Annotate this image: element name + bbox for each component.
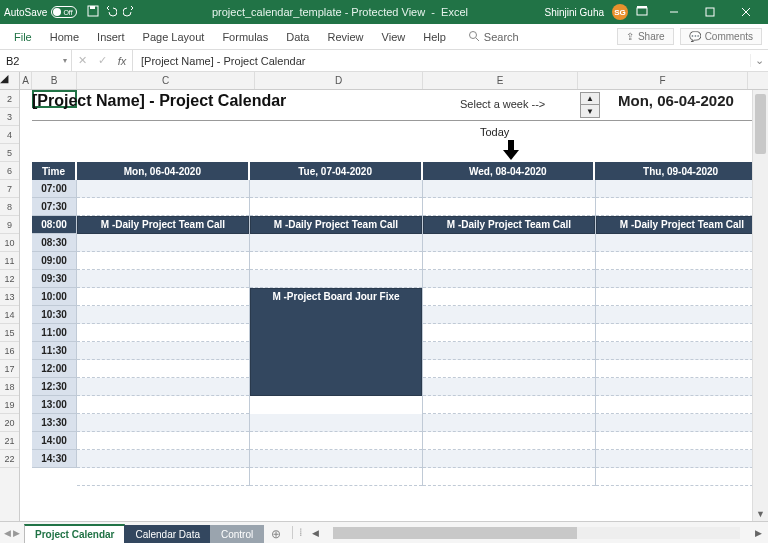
time-slot[interactable]: 13:30 [32, 414, 77, 432]
time-slot[interactable]: 08:30 [32, 234, 77, 252]
row-header[interactable]: 10 [0, 234, 19, 252]
user-avatar[interactable]: SG [612, 4, 628, 20]
row-header[interactable]: 11 [0, 252, 19, 270]
time-slot[interactable]: 14:30 [32, 450, 77, 468]
row-header[interactable]: 13 [0, 288, 19, 306]
time-slot[interactable]: 09:30 [32, 270, 77, 288]
time-slot[interactable]: 10:30 [32, 306, 77, 324]
tab-data[interactable]: Data [278, 27, 317, 47]
expand-formula-bar-icon[interactable]: ⌄ [750, 54, 768, 67]
row-header[interactable]: 4 [0, 126, 19, 144]
window-title: project_calendar_template - Protected Vi… [135, 6, 544, 18]
row-header[interactable]: 20 [0, 414, 19, 432]
row-header[interactable]: 16 [0, 342, 19, 360]
row-header[interactable]: 9 [0, 216, 19, 234]
save-icon[interactable] [87, 5, 99, 19]
tab-help[interactable]: Help [415, 27, 454, 47]
sheet-tab-project-calendar[interactable]: Project Calendar [24, 524, 125, 543]
event-board-jour-fixe[interactable]: M -Project Board Jour Fixe [250, 288, 422, 396]
row-header[interactable]: 8 [0, 198, 19, 216]
col-header-B[interactable]: B [32, 72, 77, 89]
time-slot[interactable]: 11:30 [32, 342, 77, 360]
row-header[interactable]: 18 [0, 378, 19, 396]
scroll-down-icon[interactable]: ▼ [753, 507, 768, 521]
tab-file[interactable]: File [6, 27, 40, 47]
row-header[interactable]: 17 [0, 360, 19, 378]
fx-icon[interactable]: fx [112, 55, 132, 67]
spinner-down-icon[interactable]: ▼ [581, 105, 599, 117]
event-daily-call[interactable]: M -Daily Project Team Call [250, 216, 422, 234]
row-headers: 2 3 4 5 6 7 8 9 10 11 12 13 14 15 16 17 … [0, 90, 20, 521]
col-header-A[interactable]: A [20, 72, 32, 89]
col-header-F[interactable]: F [578, 72, 748, 89]
col-header-C[interactable]: C [77, 72, 255, 89]
time-slot[interactable]: 12:30 [32, 378, 77, 396]
autosave-toggle[interactable]: AutoSave Off [4, 6, 77, 18]
time-slot-selected[interactable]: 08:00 [32, 216, 77, 234]
spinner-up-icon[interactable]: ▲ [581, 93, 599, 105]
row-header[interactable]: 12 [0, 270, 19, 288]
scroll-right-icon[interactable]: ▶ [752, 528, 764, 538]
enter-formula-icon[interactable]: ✓ [92, 54, 112, 67]
cancel-formula-icon[interactable]: ✕ [72, 54, 92, 67]
name-box[interactable]: B2 [0, 50, 72, 71]
sheet-nav-buttons[interactable]: ◀▶ [0, 528, 24, 538]
row-header[interactable]: 7 [0, 180, 19, 198]
horizontal-scrollbar[interactable]: ⁞ ◀ ▶ [292, 526, 764, 539]
row-header[interactable]: 6 [0, 162, 19, 180]
svg-rect-5 [706, 8, 714, 16]
comments-button[interactable]: 💬Comments [680, 28, 762, 45]
undo-icon[interactable] [105, 5, 117, 19]
time-slot[interactable]: 09:00 [32, 252, 77, 270]
col-header-D[interactable]: D [255, 72, 423, 89]
row-header[interactable]: 19 [0, 396, 19, 414]
row-header[interactable]: 21 [0, 432, 19, 450]
vertical-scrollbar[interactable]: ▲ ▼ [752, 90, 768, 521]
tell-me-search[interactable]: Search [468, 30, 519, 44]
row-header[interactable]: 5 [0, 144, 19, 162]
ribbon-display-icon[interactable] [636, 5, 648, 19]
sheet-tab-bar: ◀▶ Project Calendar Calendar Data Contro… [0, 521, 768, 543]
scroll-left-icon[interactable]: ◀ [309, 528, 321, 538]
select-all-button[interactable]: ◢ [0, 72, 20, 89]
event-daily-call[interactable]: M -Daily Project Team Call [423, 216, 595, 234]
time-slot[interactable]: 11:00 [32, 324, 77, 342]
maximize-button[interactable] [692, 0, 728, 24]
minimize-button[interactable] [656, 0, 692, 24]
tab-insert[interactable]: Insert [89, 27, 133, 47]
time-slot[interactable]: 07:00 [32, 180, 77, 198]
col-header-E[interactable]: E [423, 72, 578, 89]
svg-rect-10 [508, 140, 514, 150]
time-slot[interactable]: 07:30 [32, 198, 77, 216]
tab-formulas[interactable]: Formulas [214, 27, 276, 47]
week-start-date: Mon, 06-04-2020 [618, 92, 734, 109]
row-header[interactable]: 22 [0, 450, 19, 468]
row-header[interactable]: 3 [0, 108, 19, 126]
add-sheet-button[interactable]: ⊕ [263, 525, 289, 543]
row-header[interactable]: 14 [0, 306, 19, 324]
hscroll-thumb[interactable] [333, 527, 577, 539]
tab-page-layout[interactable]: Page Layout [135, 27, 213, 47]
sheet-tab-control[interactable]: Control [210, 525, 264, 543]
time-slot[interactable]: 14:00 [32, 432, 77, 450]
share-button[interactable]: ⇪Share [617, 28, 674, 45]
time-slot[interactable]: 10:00 [32, 288, 77, 306]
time-slot[interactable]: 13:00 [32, 396, 77, 414]
row-header[interactable]: 15 [0, 324, 19, 342]
tab-home[interactable]: Home [42, 27, 87, 47]
time-slot[interactable]: 12:00 [32, 360, 77, 378]
close-button[interactable] [728, 0, 764, 24]
week-spinner[interactable]: ▲ ▼ [580, 92, 600, 118]
redo-icon[interactable] [123, 5, 135, 19]
event-daily-call[interactable]: M -Daily Project Team Call [596, 216, 768, 234]
tab-review[interactable]: Review [319, 27, 371, 47]
row-header[interactable]: 2 [0, 90, 19, 108]
cells-area[interactable]: [Project Name] - Project Calendar Select… [20, 90, 768, 521]
event-daily-call[interactable]: M -Daily Project Team Call [77, 216, 249, 234]
tab-view[interactable]: View [374, 27, 414, 47]
svg-rect-3 [637, 6, 647, 8]
formula-input[interactable]: [Project Name] - Project Calendar [133, 55, 750, 67]
autosave-switch[interactable]: Off [51, 6, 77, 18]
sheet-tab-calendar-data[interactable]: Calendar Data [124, 525, 210, 543]
scroll-thumb[interactable] [755, 94, 766, 154]
